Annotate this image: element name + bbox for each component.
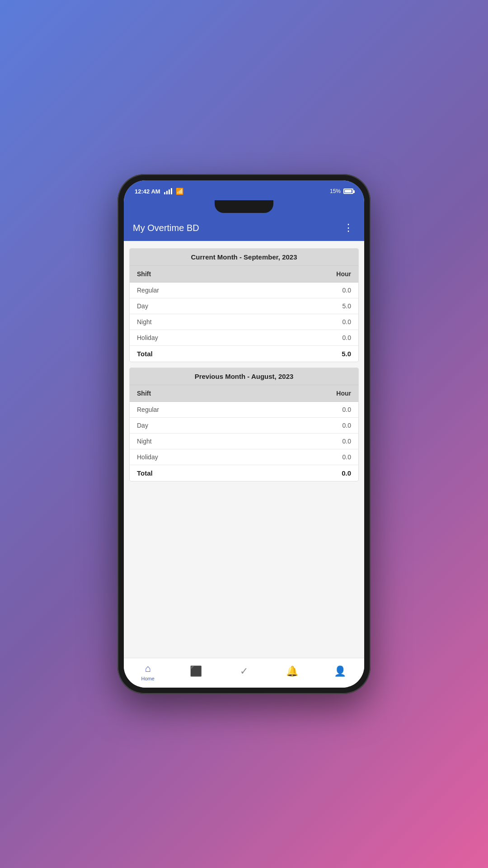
more-options-icon[interactable]: ⋮ [342, 220, 355, 236]
nav-label-home: Home [141, 676, 155, 681]
signal-icon [164, 188, 172, 194]
status-right: 15% [330, 188, 353, 194]
phone-screen: 12:42 AM 📶 15% My Overtime BD ⋮ [124, 180, 364, 688]
hour-cell: 0.0 [257, 449, 358, 465]
total-value: 0.0 [257, 465, 358, 481]
app-bar: My Overtime BD ⋮ [124, 215, 364, 241]
previous-month-table-header-row: Shift Hour [130, 385, 358, 402]
notch-area [124, 200, 364, 215]
dashboard-icon: ⬛ [190, 665, 202, 677]
hour-cell: 0.0 [257, 434, 358, 449]
table-row: Regular 0.0 [130, 402, 358, 418]
nav-item-home[interactable]: ⌂ Home [136, 663, 159, 681]
table-row: Day 5.0 [130, 298, 358, 314]
bottom-nav: ⌂ Home ⬛ ✓ 🔔 👤 [124, 658, 364, 688]
total-value: 5.0 [257, 346, 358, 362]
shift-cell: Regular [130, 283, 257, 298]
previous-month-body: Regular 0.0 Day 0.0 Night 0.0 Holiday 0.… [130, 402, 358, 481]
shift-col-header: Shift [130, 266, 257, 283]
profile-icon: 👤 [334, 665, 346, 677]
total-row: Total 0.0 [130, 465, 358, 481]
nav-item-tasks[interactable]: ✓ [233, 665, 255, 679]
app-title: My Overtime BD [133, 223, 199, 233]
hour-cell: 0.0 [257, 402, 358, 418]
notch [215, 200, 273, 213]
shift-cell: Holiday [130, 449, 257, 465]
shift-cell: Day [130, 298, 257, 314]
table-row: Day 0.0 [130, 418, 358, 434]
bell-icon: 🔔 [286, 665, 298, 677]
time-display: 12:42 AM [135, 188, 160, 195]
previous-month-header: Previous Month - August, 2023 [130, 368, 358, 385]
table-row: Holiday 0.0 [130, 449, 358, 465]
hour-cell: 0.0 [257, 283, 358, 298]
hour-cell: 0.0 [257, 418, 358, 434]
hour-col-header: Hour [257, 266, 358, 283]
previous-month-table: Shift Hour Regular 0.0 Day 0.0 Night 0.0… [130, 385, 358, 481]
current-month-body: Regular 0.0 Day 5.0 Night 0.0 Holiday 0.… [130, 283, 358, 362]
shift-cell: Regular [130, 402, 257, 418]
home-icon: ⌂ [145, 663, 151, 675]
shift-col-header-prev: Shift [130, 385, 257, 402]
hour-cell: 5.0 [257, 298, 358, 314]
shift-cell: Holiday [130, 330, 257, 346]
previous-month-section: Previous Month - August, 2023 Shift Hour… [129, 368, 359, 481]
total-row: Total 5.0 [130, 346, 358, 362]
status-left: 12:42 AM 📶 [135, 188, 183, 195]
battery-percent: 15% [330, 188, 341, 194]
table-row: Holiday 0.0 [130, 330, 358, 346]
shift-cell: Day [130, 418, 257, 434]
phone-frame: 12:42 AM 📶 15% My Overtime BD ⋮ [117, 174, 371, 694]
table-row: Night 0.0 [130, 434, 358, 449]
current-month-section: Current Month - September, 2023 Shift Ho… [129, 248, 359, 362]
table-row: Regular 0.0 [130, 283, 358, 298]
content-area: Current Month - September, 2023 Shift Ho… [124, 241, 364, 658]
hour-cell: 0.0 [257, 330, 358, 346]
nav-item-dashboard[interactable]: ⬛ [185, 665, 207, 679]
current-month-header: Current Month - September, 2023 [130, 249, 358, 266]
shift-cell: Night [130, 314, 257, 330]
total-label: Total [130, 346, 257, 362]
status-bar: 12:42 AM 📶 15% [124, 180, 364, 200]
wifi-icon: 📶 [176, 188, 183, 195]
shift-cell: Night [130, 434, 257, 449]
total-label: Total [130, 465, 257, 481]
tasks-icon: ✓ [240, 665, 248, 677]
hour-cell: 0.0 [257, 314, 358, 330]
battery-icon [343, 189, 353, 194]
hour-col-header-prev: Hour [257, 385, 358, 402]
current-month-table: Shift Hour Regular 0.0 Day 5.0 Night 0.0… [130, 266, 358, 362]
table-row: Night 0.0 [130, 314, 358, 330]
nav-item-notifications[interactable]: 🔔 [281, 665, 303, 679]
current-month-table-header-row: Shift Hour [130, 266, 358, 283]
nav-item-profile[interactable]: 👤 [329, 665, 352, 679]
